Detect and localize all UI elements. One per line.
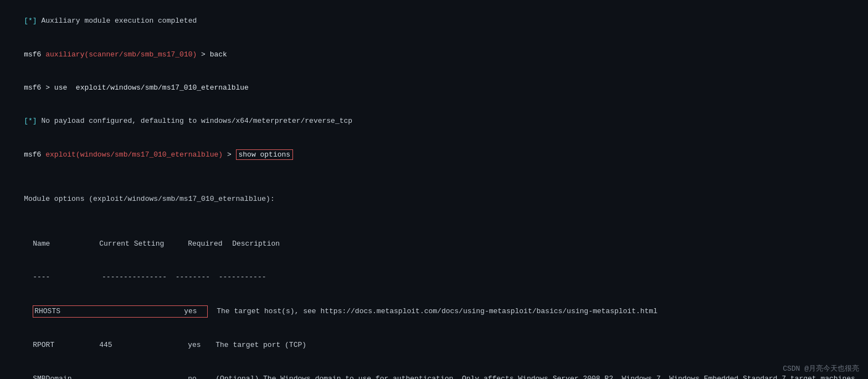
rhosts-row: RHOSTS yesThe target host(s), see https:… bbox=[16, 294, 861, 329]
module-options-title-text: Module options (exploit/windows/smb/ms17… bbox=[24, 195, 274, 203]
col-current-module: Current Setting bbox=[99, 238, 188, 250]
smbdomain-desc: (Optional) The Windows domain to use for… bbox=[215, 375, 859, 379]
col-desc-module: Description bbox=[232, 240, 280, 248]
terminal: [*] Auxiliary module execution completed… bbox=[0, 0, 868, 379]
rport-current: 445 bbox=[99, 340, 188, 351]
rport-name: RPORT bbox=[33, 340, 99, 351]
aux-module-name: auxiliary(scanner/smb/smb_ms17_010) bbox=[45, 50, 197, 59]
module-table-header: NameCurrent SettingRequiredDescription bbox=[16, 227, 861, 261]
csdn-text: CSDN @月亮今天也很亮 bbox=[783, 365, 859, 373]
msf6-prompt-use: msf6 > use exploit/windows/smb/ms17_010_… bbox=[24, 84, 249, 92]
smbdomain-required: no bbox=[188, 373, 215, 379]
rport-row: RPORT445yesThe target port (TCP) bbox=[16, 329, 861, 362]
rhosts-highlight-box: RHOSTS yes bbox=[33, 305, 208, 318]
no-payload-line: [*] No payload configured, defaulting to… bbox=[7, 105, 861, 138]
show-options-line: msf6 exploit(windows/smb/ms17_010_eterna… bbox=[7, 138, 861, 172]
smbdomain-current bbox=[99, 373, 188, 379]
module-options-title: Module options (exploit/windows/smb/ms17… bbox=[7, 183, 861, 216]
no-payload-prefix: [*] bbox=[24, 117, 37, 125]
blank2 bbox=[7, 216, 861, 227]
no-payload-text: No payload configured, defaulting to win… bbox=[37, 117, 353, 125]
back-text: > back bbox=[197, 50, 227, 59]
msf6-exploit-prompt: msf6 bbox=[24, 150, 45, 159]
rhosts-desc: The target host(s), see https://docs.met… bbox=[208, 307, 658, 315]
prompt-arrow: > bbox=[223, 150, 235, 159]
use-cmd-line: msf6 > use exploit/windows/smb/ms17_010_… bbox=[7, 71, 861, 105]
show-options-text: show options bbox=[239, 150, 291, 159]
back-cmd-line: msf6 auxiliary(scanner/smb/smb_ms17_010)… bbox=[7, 38, 861, 71]
col-name-module: Name bbox=[33, 238, 99, 250]
sep-text: ---- --------------- -------- ----------… bbox=[33, 273, 266, 281]
smbdomain-name: SMBDomain bbox=[33, 373, 99, 379]
col-required-module: Required bbox=[188, 238, 232, 250]
rport-required: yes bbox=[188, 340, 215, 351]
rhosts-name: RHOSTS bbox=[34, 306, 99, 317]
csdn-watermark: CSDN @月亮今天也很亮 bbox=[783, 364, 859, 373]
show-options-box: show options bbox=[236, 149, 294, 160]
exploit-module-name: exploit(windows/smb/ms17_010_eternalblue… bbox=[45, 150, 223, 159]
aux-complete-text: Auxiliary module execution completed bbox=[37, 17, 197, 25]
aux-complete-prefix: [*] bbox=[24, 17, 37, 25]
smbdomain-row: SMBDomain no(Optional) The Windows domai… bbox=[16, 362, 861, 380]
msf-prompt-aux: msf6 bbox=[24, 50, 45, 59]
blank1 bbox=[7, 172, 861, 183]
aux-complete-line: [*] Auxiliary module execution completed bbox=[7, 4, 861, 38]
rhosts-required: yes bbox=[184, 306, 206, 317]
rport-desc: The target port (TCP) bbox=[215, 341, 306, 349]
rhosts-current bbox=[99, 306, 184, 317]
module-table-sep: ---- --------------- -------- ----------… bbox=[16, 261, 861, 294]
